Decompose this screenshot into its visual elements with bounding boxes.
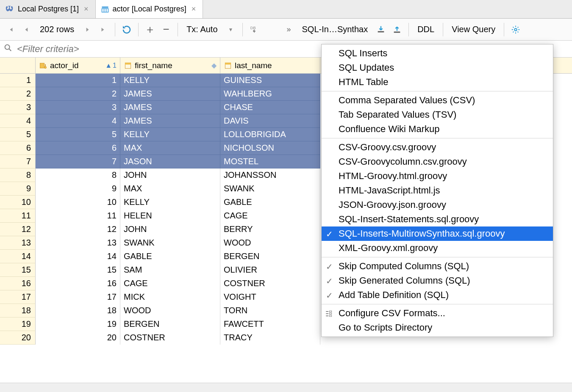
cell-first-name[interactable]: MAX: [120, 141, 220, 155]
cell-last-name[interactable]: CHASE: [220, 101, 320, 114]
cell-last-name[interactable]: GUINESS: [220, 74, 320, 87]
cell-last-name[interactable]: NICHOLSON: [220, 141, 320, 155]
cell-actor-id[interactable]: 1: [36, 74, 120, 87]
cell-first-name[interactable]: SAM: [120, 263, 220, 277]
cell-actor-id[interactable]: 3: [36, 101, 120, 114]
cell-first-name[interactable]: CAGE: [120, 277, 220, 290]
import-icon[interactable]: [374, 22, 388, 37]
cell-actor-id[interactable]: 11: [36, 209, 120, 223]
cell-last-name[interactable]: LOLLOBRIGIDA: [220, 128, 320, 141]
cell-actor-id[interactable]: 18: [36, 304, 120, 317]
cell-last-name[interactable]: BERRY: [220, 223, 320, 236]
menu-item[interactable]: CSV-Groovy.csv.groovy: [322, 140, 553, 155]
refresh-icon[interactable]: [119, 22, 134, 37]
cell-actor-id[interactable]: 4: [36, 114, 120, 128]
remove-row-icon[interactable]: −: [159, 22, 173, 37]
menu-item[interactable]: Tab Separated Values (TSV): [322, 108, 553, 122]
cell-last-name[interactable]: DAVIS: [220, 114, 320, 128]
prev-page-icon[interactable]: [19, 22, 34, 37]
cell-actor-id[interactable]: 6: [36, 141, 120, 155]
export-format[interactable]: SQL-In…Synthax: [298, 25, 372, 34]
menu-item[interactable]: ✓Skip Generated Columns (SQL): [322, 273, 553, 288]
menu-item[interactable]: Go to Scripts Directory: [322, 320, 553, 335]
cell-last-name[interactable]: VOIGHT: [220, 290, 320, 304]
search-icon[interactable]: [3, 43, 13, 55]
cell-first-name[interactable]: BERGEN: [120, 317, 220, 331]
cell-first-name[interactable]: KELLY: [120, 128, 220, 141]
next-page-icon[interactable]: [80, 22, 94, 37]
cell-last-name[interactable]: BERGEN: [220, 250, 320, 263]
cell-first-name[interactable]: MAX: [120, 182, 220, 196]
menu-item[interactable]: SQL Updates: [322, 61, 553, 75]
cell-actor-id[interactable]: 14: [36, 250, 120, 263]
editor-tab[interactable]: Local Postgres [1] ×: [0, 0, 96, 18]
cell-actor-id[interactable]: 8: [36, 168, 120, 182]
gear-icon[interactable]: [508, 22, 523, 37]
cell-actor-id[interactable]: 9: [36, 182, 120, 196]
menu-item[interactable]: ✓Add Table Definition (SQL): [322, 288, 553, 302]
cell-last-name[interactable]: COSTNER: [220, 277, 320, 290]
cell-actor-id[interactable]: 2: [36, 87, 120, 101]
cell-first-name[interactable]: JAMES: [120, 87, 220, 101]
cell-first-name[interactable]: JOHN: [120, 168, 220, 182]
menu-item[interactable]: Configure CSV Formats...: [322, 306, 553, 320]
more-icon[interactable]: »: [282, 22, 296, 37]
cell-actor-id[interactable]: 15: [36, 263, 120, 277]
cell-actor-id[interactable]: 17: [36, 290, 120, 304]
cell-last-name[interactable]: WOOD: [220, 236, 320, 250]
last-page-icon[interactable]: [96, 22, 111, 37]
cell-first-name[interactable]: WOOD: [120, 304, 220, 317]
menu-item[interactable]: XML-Groovy.xml.groovy: [322, 241, 553, 255]
chevron-down-icon[interactable]: ▼: [224, 22, 238, 37]
first-page-icon[interactable]: [3, 22, 18, 37]
menu-item[interactable]: HTML-JavaScript.html.js: [322, 183, 553, 198]
cell-first-name[interactable]: SWANK: [120, 236, 220, 250]
cell-actor-id[interactable]: 16: [36, 277, 120, 290]
menu-item[interactable]: Comma Separated Values (CSV): [322, 93, 553, 108]
cell-actor-id[interactable]: 13: [36, 236, 120, 250]
cell-last-name[interactable]: OLIVIER: [220, 263, 320, 277]
cell-last-name[interactable]: CAGE: [220, 209, 320, 223]
cell-first-name[interactable]: HELEN: [120, 209, 220, 223]
cell-last-name[interactable]: JOHANSSON: [220, 168, 320, 182]
cell-last-name[interactable]: TRACY: [220, 331, 320, 345]
export-icon[interactable]: [390, 22, 404, 37]
menu-item[interactable]: HTML-Groovy.html.groovy: [322, 169, 553, 183]
cell-actor-id[interactable]: 20: [36, 331, 120, 345]
menu-item[interactable]: ✓Skip Computed Columns (SQL): [322, 259, 553, 273]
menu-item[interactable]: HTML Table: [322, 75, 553, 89]
cell-first-name[interactable]: JAMES: [120, 101, 220, 114]
add-row-icon[interactable]: ＋: [143, 22, 157, 37]
cell-actor-id[interactable]: 19: [36, 317, 120, 331]
editor-tab[interactable]: actor [Local Postgres] ×: [96, 0, 203, 18]
menu-item[interactable]: SQL-Insert-Statements.sql.groovy: [322, 212, 553, 226]
cell-last-name[interactable]: GABLE: [220, 196, 320, 209]
cell-last-name[interactable]: FAWCETT: [220, 317, 320, 331]
cell-actor-id[interactable]: 12: [36, 223, 120, 236]
column-header-actor-id[interactable]: actor_id ▲ 1: [36, 58, 120, 73]
menu-item[interactable]: SQL Inserts: [322, 46, 553, 61]
cell-first-name[interactable]: JASON: [120, 155, 220, 168]
view-query-button[interactable]: View Query: [447, 25, 500, 34]
cell-last-name[interactable]: SWANK: [220, 182, 320, 196]
close-icon[interactable]: ×: [82, 5, 90, 14]
menu-item[interactable]: CSV-Groovycolumn.csv.groovy: [322, 155, 553, 169]
cell-first-name[interactable]: MICK: [120, 290, 220, 304]
cell-actor-id[interactable]: 5: [36, 128, 120, 141]
menu-item[interactable]: ✓SQL-Inserts-MultirowSynthax.sql.groovy: [322, 226, 553, 241]
cell-first-name[interactable]: COSTNER: [120, 331, 220, 345]
column-header-first-name[interactable]: first_name ◆: [120, 58, 220, 73]
tx-mode[interactable]: Tx: Auto: [182, 25, 222, 34]
cell-last-name[interactable]: MOSTEL: [220, 155, 320, 168]
column-header-last-name[interactable]: last_name: [220, 58, 320, 73]
cell-last-name[interactable]: TORN: [220, 304, 320, 317]
menu-item[interactable]: Confluence Wiki Markup: [322, 122, 553, 136]
commit-icon[interactable]: DB: [247, 22, 261, 37]
close-icon[interactable]: ×: [190, 5, 198, 14]
cell-last-name[interactable]: WAHLBERG: [220, 87, 320, 101]
cell-first-name[interactable]: KELLY: [120, 74, 220, 87]
cell-actor-id[interactable]: 10: [36, 196, 120, 209]
cell-first-name[interactable]: JOHN: [120, 223, 220, 236]
cell-first-name[interactable]: KELLY: [120, 196, 220, 209]
menu-item[interactable]: JSON-Groovy.json.groovy: [322, 198, 553, 212]
